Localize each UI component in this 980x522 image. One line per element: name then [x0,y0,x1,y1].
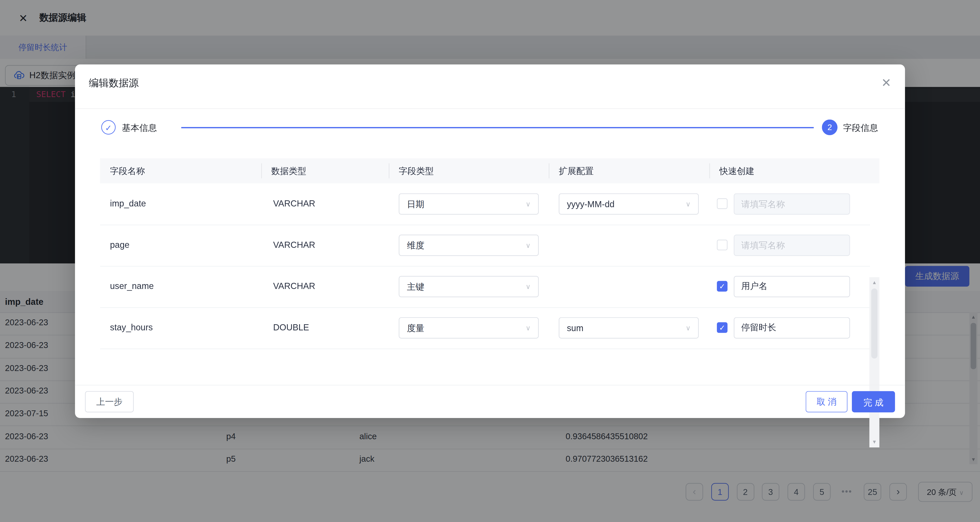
data-type: VARCHAR [273,198,315,208]
data-type: VARCHAR [273,239,315,250]
edit-datasource-modal: 编辑数据源 ✕ ✓ 基本信息 2 字段信息 字段名称 数据类型 字段类型 扩展配… [75,64,905,418]
field-table-body: imp_date VARCHAR 日期∨ yyyy-MM-dd∨ page VA… [100,184,880,354]
cancel-button[interactable]: 取 消 [806,391,848,412]
modal-footer: 上一步 取 消 完 成 [75,385,905,418]
ext-config-value: yyyy-MM-dd [567,199,614,209]
data-type: DOUBLE [273,322,309,332]
field-type-value: 度量 [407,323,425,333]
data-type: VARCHAR [273,281,315,291]
field-row-user-name: user_name VARCHAR 主键∨ ✓ [100,266,870,308]
field-name: stay_hours [110,322,153,332]
quick-create-name-input[interactable] [734,317,850,338]
field-type-select[interactable]: 日期∨ [399,193,539,215]
chevron-down-icon: ∨ [525,318,531,338]
scrollbar-thumb[interactable] [871,289,877,359]
field-row-page: page VARCHAR 维度∨ [100,225,870,267]
chevron-down-icon: ∨ [686,194,690,214]
step1-label: 基本信息 [122,123,157,134]
field-table-scrollbar[interactable]: ▲ ▼ [870,277,880,447]
step1-check-icon: ✓ [101,120,116,134]
scroll-up-icon[interactable]: ▲ [870,280,880,286]
field-name: imp_date [110,198,146,208]
quick-create-checkbox[interactable]: ✓ [717,322,728,333]
field-type-value: 维度 [407,240,425,250]
field-type-select[interactable]: 主键∨ [399,276,539,297]
header-data-type: 数据类型 [261,158,306,184]
chevron-down-icon: ∨ [525,235,531,255]
ext-config-select[interactable]: yyyy-MM-dd∨ [558,193,699,215]
field-row-stay-hours: stay_hours DOUBLE 度量∨ sum∨ ✓ [100,307,870,349]
chevron-down-icon: ∨ [525,276,531,296]
step2-label: 字段信息 [843,123,878,134]
ext-config-value: sum [567,323,584,333]
field-type-select[interactable]: 维度∨ [399,235,539,256]
step-connector [181,127,814,128]
field-type-value: 日期 [407,199,425,209]
step2-badge: 2 [822,120,837,135]
header-ext-config: 扩展配置 [549,158,593,184]
quick-create-checkbox[interactable]: ✓ [717,281,728,292]
header-quick-create: 快速创建 [710,158,754,184]
modal-header: 编辑数据源 ✕ [75,64,905,109]
field-name: user_name [110,281,154,291]
quick-create-name-input[interactable] [734,276,850,297]
modal-title: 编辑数据源 [89,77,139,90]
finish-button[interactable]: 完 成 [852,391,895,412]
quick-create-checkbox[interactable] [717,198,728,209]
quick-create-name-input[interactable] [734,193,850,215]
quick-create-name-input[interactable] [734,235,850,256]
field-type-value: 主键 [407,282,425,292]
chevron-down-icon: ∨ [686,318,690,338]
field-table-header: 字段名称 数据类型 字段类型 扩展配置 快速创建 [100,158,880,184]
field-type-select[interactable]: 度量∨ [399,317,539,338]
header-field-name: 字段名称 [100,158,145,184]
chevron-down-icon: ∨ [525,194,531,214]
header-field-type: 字段类型 [389,158,434,184]
ext-config-select[interactable]: sum∨ [558,317,699,338]
quick-create-checkbox[interactable] [717,239,728,251]
field-name: page [110,239,129,250]
modal-close-icon[interactable]: ✕ [881,76,891,90]
field-row-imp-date: imp_date VARCHAR 日期∨ yyyy-MM-dd∨ [100,184,870,225]
prev-step-button[interactable]: 上一步 [85,391,134,412]
field-table: 字段名称 数据类型 字段类型 扩展配置 快速创建 imp_date VARCHA… [100,158,880,354]
scroll-down-icon[interactable]: ▼ [870,439,880,445]
